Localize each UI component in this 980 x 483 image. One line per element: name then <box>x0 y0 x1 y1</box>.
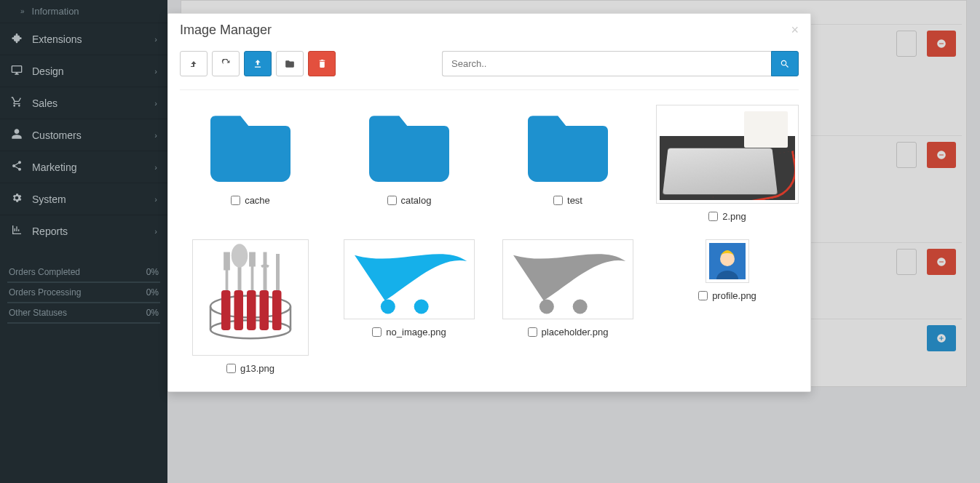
svg-rect-5 <box>234 290 244 330</box>
modal-title: Image Manager <box>180 23 272 38</box>
folder-name: cache <box>245 195 270 206</box>
close-icon[interactable]: × <box>791 23 799 38</box>
file-checkbox[interactable] <box>528 327 537 337</box>
search-button[interactable] <box>771 51 799 76</box>
folder-checkbox[interactable] <box>231 196 240 205</box>
file-checkbox[interactable] <box>372 327 382 337</box>
folder-name: catalog <box>401 195 432 206</box>
file-thumb <box>706 239 749 283</box>
svg-point-12 <box>540 300 554 314</box>
trash-icon <box>317 59 327 68</box>
svg-rect-4 <box>221 290 231 330</box>
folder-tile-test[interactable]: test <box>497 105 639 222</box>
file-name: g13.png <box>240 363 274 374</box>
folder-icon <box>285 59 295 69</box>
level-up-icon <box>189 60 198 68</box>
file-tile-profile[interactable]: profile.png <box>656 239 799 374</box>
folder-icon <box>199 105 301 185</box>
upload-icon <box>253 59 263 69</box>
folder-name: test <box>567 195 582 206</box>
parent-folder-button[interactable] <box>180 51 208 76</box>
file-checkbox[interactable] <box>226 364 236 373</box>
svg-point-13 <box>573 300 588 314</box>
folder-tile-cache[interactable]: cache <box>180 105 321 222</box>
file-name: profile.png <box>712 290 756 301</box>
search-input[interactable] <box>442 51 771 76</box>
modal-header: Image Manager × <box>168 14 810 45</box>
file-checkbox[interactable] <box>698 291 708 300</box>
svg-rect-7 <box>260 290 269 330</box>
file-thumb <box>502 239 633 319</box>
file-grid: cache catalog test 2.png <box>180 90 799 374</box>
file-checkbox[interactable] <box>708 212 718 221</box>
folder-tile-catalog[interactable]: catalog <box>339 105 480 222</box>
file-name: placeholder.png <box>542 327 609 338</box>
file-name: 2.png <box>722 211 746 222</box>
file-thumb <box>192 239 309 356</box>
opencart-logo-icon <box>347 243 471 316</box>
file-name: no_image.png <box>386 327 446 338</box>
avatar-preview <box>709 243 746 279</box>
file-thumb <box>656 105 799 204</box>
svg-point-9 <box>232 244 248 268</box>
delete-button[interactable] <box>308 51 336 76</box>
svg-point-11 <box>414 300 429 314</box>
svg-rect-6 <box>247 290 256 330</box>
svg-point-10 <box>381 300 395 314</box>
image-manager-modal: Image Manager × <box>167 13 811 392</box>
folder-checkbox[interactable] <box>553 196 563 205</box>
upload-button[interactable] <box>244 51 272 76</box>
modal-toolbar <box>180 45 799 90</box>
kitchen-preview <box>196 243 305 352</box>
refresh-button[interactable] <box>212 51 240 76</box>
folder-checkbox[interactable] <box>387 196 397 205</box>
svg-rect-8 <box>272 290 282 330</box>
refresh-icon <box>221 59 231 68</box>
opencart-logo-grey-icon <box>506 243 630 316</box>
folder-icon <box>517 105 619 185</box>
file-tile-noimage[interactable]: no_image.png <box>339 239 480 374</box>
folder-icon <box>358 105 460 185</box>
file-tile-g13[interactable]: g13.png <box>180 239 321 374</box>
file-thumb <box>344 239 475 319</box>
search-icon <box>780 59 790 69</box>
new-folder-button[interactable] <box>276 51 304 76</box>
photo-preview <box>660 108 795 200</box>
file-tile-placeholder[interactable]: placeholder.png <box>497 239 639 374</box>
file-tile-2png[interactable]: 2.png <box>656 105 799 222</box>
